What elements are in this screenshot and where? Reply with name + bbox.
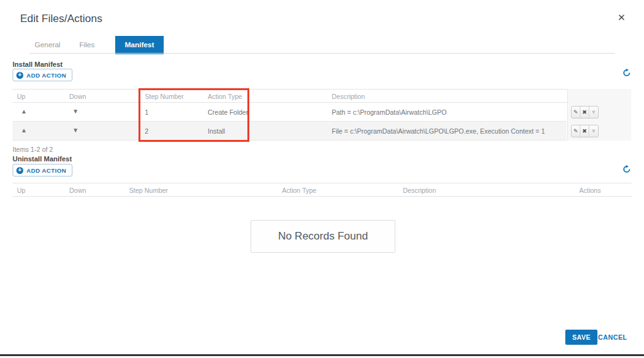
tab-general[interactable]: General [25, 36, 70, 54]
install-refresh-icon[interactable] [623, 68, 631, 76]
plus-icon: + [16, 167, 23, 174]
add-action-label: ADD ACTION [26, 72, 66, 79]
action-type-cell: Create Folder [208, 108, 248, 116]
pagination-status: Items 1-2 of 2 [13, 146, 53, 153]
table-row: ▲ ▼ 1 Create Folder Path = c:\ProgramDat… [13, 103, 567, 122]
install-table-header: Up Down Step Number Action Type Descript… [13, 89, 631, 103]
install-manifest-heading: Install Manifest [13, 61, 62, 68]
edit-files-actions-dialog: Edit Files/Actions ✕ General Files Manif… [0, 0, 644, 358]
move-up-icon[interactable]: ▲ [21, 127, 27, 134]
uninstall-table-header: Up Down Step Number Action Type Descript… [13, 183, 631, 197]
description-cell: Path = c:\ProgramData\Airwatch\LGPO [332, 108, 446, 116]
tab-bar: General Files Manifest [25, 36, 164, 54]
close-icon[interactable]: ✕ [618, 13, 626, 23]
row-actions-group: ✎ ✖ ▼ [571, 106, 599, 118]
step-number-cell: 2 [145, 127, 149, 135]
tab-files[interactable]: Files [70, 36, 104, 54]
dialog-title: Edit Files/Actions [20, 13, 102, 25]
description-cell: File = c:\ProgramData\Airwatch\LGPO\LGPO… [332, 127, 545, 135]
no-records-message: No Records Found [251, 220, 395, 253]
uninstall-manifest-table: Up Down Step Number Action Type Descript… [13, 183, 631, 197]
col-actions: Actions [579, 187, 601, 194]
col-down: Down [69, 93, 86, 100]
more-actions-caret-icon[interactable]: ▼ [589, 125, 598, 137]
col-down: Down [69, 187, 86, 194]
col-step-number: Step Number [145, 93, 184, 100]
more-actions-caret-icon[interactable]: ▼ [589, 107, 598, 118]
uninstall-manifest-heading: Uninstall Manifest [13, 155, 72, 163]
col-up: Up [17, 187, 25, 194]
move-down-icon[interactable]: ▼ [72, 127, 79, 134]
save-button[interactable]: SAVE [565, 330, 597, 345]
tab-manifest[interactable]: Manifest [115, 36, 164, 54]
edit-icon[interactable]: ✎ [572, 125, 580, 137]
delete-icon[interactable]: ✖ [580, 107, 589, 118]
move-down-icon[interactable]: ▼ [72, 108, 79, 115]
action-type-cell: Install [208, 127, 225, 135]
tab-divider [30, 53, 615, 54]
cancel-button[interactable]: CANCEL [598, 333, 627, 341]
delete-icon[interactable]: ✖ [580, 125, 589, 137]
plus-icon: + [16, 72, 23, 79]
edit-icon[interactable]: ✎ [572, 107, 580, 118]
col-action-type: Action Type [208, 93, 242, 100]
window-bottom-edge [0, 354, 644, 356]
add-action-label: ADD ACTION [26, 167, 66, 174]
install-manifest-table: Up Down Step Number Action Type Descript… [13, 89, 631, 141]
col-description: Description [403, 187, 436, 194]
col-description: Description [332, 93, 365, 100]
col-step-number: Step Number [129, 187, 168, 194]
row-actions-group: ✎ ✖ ▼ [571, 125, 599, 137]
install-add-action-button[interactable]: + ADD ACTION [13, 69, 72, 81]
uninstall-refresh-icon[interactable] [623, 165, 631, 173]
step-number-cell: 1 [145, 108, 149, 116]
uninstall-add-action-button[interactable]: + ADD ACTION [13, 164, 72, 176]
col-up: Up [17, 93, 25, 100]
col-action-type: Action Type [282, 187, 317, 194]
table-row: ▲ ▼ 2 Install File = c:\ProgramData\Airw… [13, 122, 567, 141]
move-up-icon[interactable]: ▲ [21, 108, 27, 115]
row-actions-column: ✎ ✖ ▼ ✎ ✖ ▼ [567, 89, 631, 141]
